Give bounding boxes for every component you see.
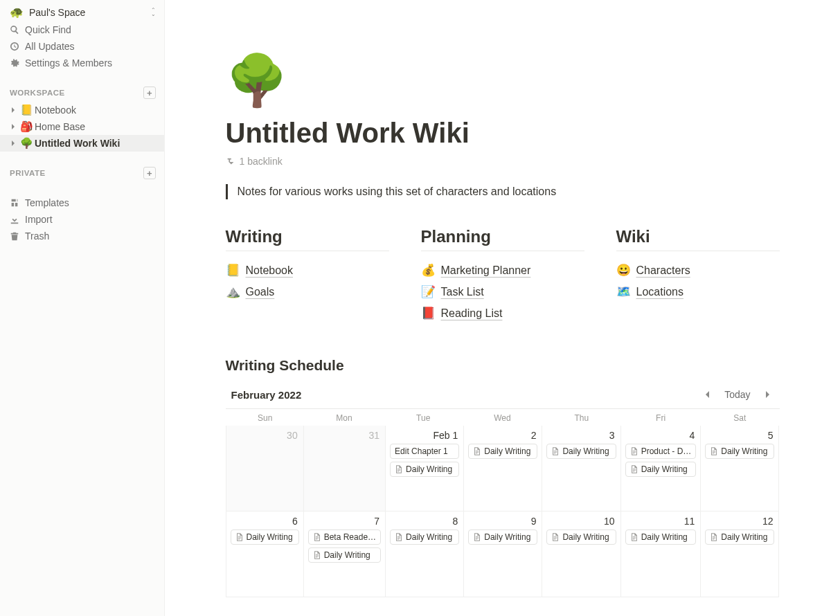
- templates-label: Templates: [25, 197, 69, 208]
- page-title[interactable]: Untitled Work Wiki: [226, 118, 780, 149]
- chevron-right-icon: [763, 390, 771, 399]
- page-emoji-icon: 🎒: [19, 120, 33, 133]
- caret-icon[interactable]: [7, 140, 19, 147]
- import-button[interactable]: Import: [0, 211, 164, 228]
- page-emoji-icon: 📒: [19, 104, 33, 116]
- import-label: Import: [25, 214, 53, 225]
- calendar-date-label: 7: [308, 516, 381, 529]
- backlink-button[interactable]: 1 backlink: [226, 156, 283, 167]
- calendar-cell[interactable]: 11Daily Writing: [621, 511, 702, 597]
- add-workspace-page-button[interactable]: +: [143, 87, 156, 99]
- link-emoji-icon: 😀: [616, 263, 631, 278]
- next-month-button[interactable]: [760, 389, 774, 400]
- updown-icon: ⌃⌄: [151, 8, 156, 17]
- calendar-event[interactable]: Daily Writing: [546, 444, 616, 459]
- calendar-cell[interactable]: 8Daily Writing: [386, 511, 464, 597]
- link-emoji-icon: 💰: [421, 263, 436, 278]
- caret-icon[interactable]: [7, 107, 19, 114]
- workspace-name: Paul's Space: [29, 7, 148, 18]
- callout-block[interactable]: Notes for various works using this set o…: [226, 184, 780, 199]
- calendar-header: February 2022 Today: [226, 383, 780, 408]
- workspace-section-label: WORKSPACE: [10, 89, 65, 97]
- column-heading-writing[interactable]: Writing: [226, 227, 389, 251]
- today-button[interactable]: Today: [722, 388, 753, 401]
- quick-find-button[interactable]: Quick Find: [0, 21, 164, 38]
- calendar-nav: Today: [701, 388, 774, 401]
- calendar-month-label: February 2022: [231, 389, 302, 401]
- calendar-event[interactable]: Daily Writing: [625, 529, 697, 545]
- calendar-event[interactable]: Daily Writing: [705, 529, 774, 545]
- calendar-cell[interactable]: 31: [304, 426, 386, 511]
- trash-icon: [10, 231, 25, 241]
- link-text: Task List: [441, 286, 484, 298]
- caret-icon[interactable]: [7, 123, 19, 130]
- calendar-event[interactable]: Daily Writing: [390, 462, 459, 477]
- link-goals[interactable]: ⛰️ Goals: [226, 281, 389, 302]
- sidebar-page-home-base[interactable]: 🎒 Home Base: [0, 118, 164, 135]
- calendar-cell[interactable]: 6Daily Writing: [226, 511, 304, 597]
- calendar-date-label: 5: [705, 430, 774, 444]
- event-label: Daily Writing: [562, 532, 609, 542]
- calendar-event[interactable]: Daily Writing: [468, 529, 537, 545]
- calendar-cell[interactable]: 4Product - D…Daily Writing: [621, 426, 702, 511]
- link-characters[interactable]: 😀 Characters: [616, 260, 780, 281]
- calendar-date-label: 30: [231, 430, 299, 444]
- column-heading-planning[interactable]: Planning: [421, 227, 584, 251]
- clock-icon: [10, 42, 25, 51]
- calendar-event[interactable]: Beta Reade…: [308, 529, 381, 545]
- event-label: Daily Writing: [324, 550, 370, 560]
- callout-text: Notes for various works using this set o…: [238, 185, 557, 197]
- link-emoji-icon: ⛰️: [226, 284, 240, 299]
- add-private-page-button[interactable]: +: [143, 167, 156, 179]
- page-emoji[interactable]: 🌳: [226, 55, 780, 105]
- calendar-cell[interactable]: Feb 1Edit Chapter 1Daily Writing: [386, 426, 464, 511]
- schedule-heading[interactable]: Writing Schedule: [226, 357, 780, 374]
- backlink-arrow-icon: [226, 156, 235, 166]
- sidebar-page-notebook[interactable]: 📒 Notebook: [0, 102, 164, 118]
- sidebar-page-untitled-work-wiki[interactable]: 🌳 Untitled Work Wiki: [0, 135, 164, 152]
- calendar-date-label: 8: [390, 516, 459, 529]
- calendar-date-label: 11: [625, 516, 697, 529]
- all-updates-button[interactable]: All Updates: [0, 38, 164, 55]
- calendar-event[interactable]: Daily Writing: [308, 547, 381, 563]
- calendar-date-label: 9: [468, 516, 537, 529]
- link-reading-list[interactable]: 📕 Reading List: [421, 302, 584, 324]
- search-icon: [10, 25, 25, 35]
- calendar-event[interactable]: Daily Writing: [705, 444, 774, 459]
- calendar-event[interactable]: Daily Writing: [390, 529, 459, 545]
- calendar-cell[interactable]: 9Daily Writing: [464, 511, 542, 597]
- link-text: Marketing Planner: [441, 264, 531, 277]
- calendar-event[interactable]: Daily Writing: [625, 462, 697, 477]
- page-content: 🌳 Untitled Work Wiki 1 backlink Notes fo…: [165, 0, 840, 616]
- templates-button[interactable]: Templates: [0, 194, 164, 211]
- calendar-cell[interactable]: 5Daily Writing: [701, 426, 779, 511]
- event-label: Daily Writing: [247, 532, 293, 542]
- workspace-switcher[interactable]: 🐢 Paul's Space ⌃⌄: [0, 0, 164, 21]
- link-locations[interactable]: 🗺️ Locations: [616, 281, 780, 302]
- columns-block: Writing 📒 Notebook ⛰️ Goals Planning 💰 M…: [226, 227, 780, 324]
- column-heading-wiki[interactable]: Wiki: [616, 227, 780, 251]
- calendar-event[interactable]: Daily Writing: [231, 529, 299, 545]
- gear-icon: [10, 58, 25, 68]
- calendar-cell[interactable]: 30: [226, 426, 304, 511]
- link-task-list[interactable]: 📝 Task List: [421, 281, 584, 302]
- dow-sat: Sat: [700, 409, 779, 426]
- calendar-cell[interactable]: 7Beta Reade…Daily Writing: [304, 511, 386, 597]
- dow-sun: Sun: [226, 409, 305, 426]
- calendar-event[interactable]: Edit Chapter 1: [390, 444, 459, 459]
- calendar-cell[interactable]: 3Daily Writing: [542, 426, 620, 511]
- calendar-cell[interactable]: 2Daily Writing: [464, 426, 542, 511]
- all-updates-label: All Updates: [25, 41, 75, 52]
- settings-members-button[interactable]: Settings & Members: [0, 55, 164, 71]
- calendar-event[interactable]: Product - D…: [625, 444, 697, 459]
- dow-tue: Tue: [384, 409, 463, 426]
- calendar-event[interactable]: Daily Writing: [468, 444, 537, 459]
- prev-month-button[interactable]: [701, 389, 715, 400]
- calendar-cell[interactable]: 12Daily Writing: [701, 511, 779, 597]
- calendar-cell[interactable]: 10Daily Writing: [542, 511, 620, 597]
- calendar-event[interactable]: Daily Writing: [546, 529, 616, 545]
- trash-button[interactable]: Trash: [0, 228, 164, 244]
- private-section-header: PRIVATE +: [0, 161, 164, 182]
- link-marketing-planner[interactable]: 💰 Marketing Planner: [421, 260, 584, 281]
- link-notebook[interactable]: 📒 Notebook: [226, 260, 389, 281]
